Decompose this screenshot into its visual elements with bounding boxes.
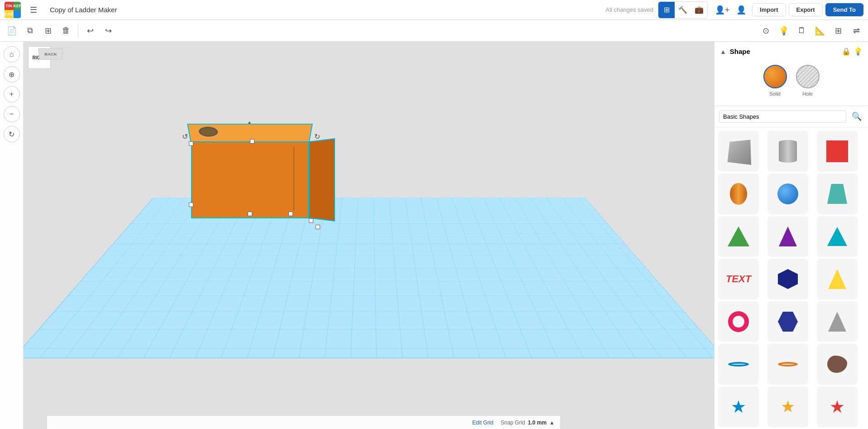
handle-far-right-bottom[interactable] xyxy=(309,218,313,223)
note-button[interactable]: 🗒 xyxy=(794,23,810,39)
handle-right-bottom[interactable] xyxy=(288,212,293,216)
snap-grid-up-button[interactable]: ▲ xyxy=(549,419,555,426)
shape-item-cone-gray[interactable] xyxy=(817,301,858,342)
hole-option[interactable]: Hole xyxy=(796,65,820,96)
shape-item-star-blue[interactable]: ★ xyxy=(718,386,759,427)
left-panel: ⌂ ⊕ + − ↻ xyxy=(0,42,24,429)
shape-item-shape-teal[interactable] xyxy=(817,174,858,214)
logo-br xyxy=(14,10,21,18)
handle-left-top[interactable] xyxy=(189,141,193,146)
shape-item-cone-yellow[interactable] xyxy=(817,259,858,299)
shapes-library-header: Basic Shapes 🔍 xyxy=(715,106,868,127)
shape-pyramid-teal-icon xyxy=(827,227,847,246)
shapes-search-button[interactable]: 🔍 xyxy=(850,110,863,123)
send-to-button[interactable]: Send To xyxy=(825,3,863,16)
viewport[interactable]: RIGHT BACK ↺ ▲ ↻ xyxy=(24,42,714,429)
shape-item-prism-blue[interactable] xyxy=(767,259,808,299)
shape-cylinder-orange-icon xyxy=(730,183,747,205)
copy-button[interactable]: ⧉ xyxy=(22,23,38,39)
solid-circle xyxy=(763,65,787,88)
add-user-button[interactable]: 👤+ xyxy=(714,2,730,18)
view-cube[interactable]: RIGHT BACK xyxy=(28,46,60,78)
hammer-view-button[interactable]: 🔨 xyxy=(675,2,691,18)
shapes-category-dropdown[interactable]: Basic Shapes xyxy=(719,111,846,123)
shape-text-red-icon: TEXT xyxy=(726,273,751,285)
app-logo[interactable]: TIN KER CAD xyxy=(5,2,21,18)
shape-ring-blue-icon xyxy=(728,362,749,366)
light-button[interactable]: 💡 xyxy=(776,23,792,39)
shape-item-blob-brown[interactable] xyxy=(817,344,858,385)
redo-button[interactable]: ↪ xyxy=(100,23,116,39)
new-button[interactable]: 📄 xyxy=(4,23,20,39)
orbit-button[interactable]: ↻ xyxy=(4,126,20,142)
shape-box-gray-icon xyxy=(728,140,751,165)
shape-star-red-icon: ★ xyxy=(830,397,845,417)
shape-cone-yellow-icon xyxy=(828,269,846,289)
shape-panel: ▲ Shape 🔒 💡 Solid Hole xyxy=(715,42,868,106)
shape-pyramid-green-icon xyxy=(728,227,749,246)
shape-item-box-gray[interactable] xyxy=(718,131,759,172)
shape-panel-collapse[interactable]: ▲ xyxy=(720,48,726,55)
undo-button[interactable]: ↩ xyxy=(82,23,98,39)
shape-torus-pink-icon xyxy=(728,311,749,332)
rotate-arrow-tl[interactable]: ↺ xyxy=(182,132,188,141)
shape-item-torus-pink[interactable] xyxy=(718,301,759,342)
scene: ↺ ▲ ↻ xyxy=(24,42,714,429)
shape-item-prism-navy[interactable] xyxy=(767,301,808,342)
shape-star-blue-icon: ★ xyxy=(731,397,746,417)
shape-item-text-red[interactable]: TEXT xyxy=(718,259,759,299)
toolbar-divider xyxy=(78,24,78,38)
shape-item-cube-red[interactable] xyxy=(817,131,858,172)
lightbulb-icon[interactable]: 💡 xyxy=(854,47,863,56)
shape-item-pyramid-green[interactable] xyxy=(718,216,759,257)
handle-left-bottom[interactable] xyxy=(189,202,193,207)
handle-corner[interactable] xyxy=(316,225,320,229)
handle-center-top[interactable] xyxy=(250,139,254,144)
shape-star-gold-icon: ★ xyxy=(781,397,795,416)
shapes-grid: TEXT xyxy=(715,127,868,429)
toolbar-right-tools: ⊙ 💡 🗒 📐 ⊞ ⇌ xyxy=(758,23,864,39)
delete-button[interactable]: 🗑 xyxy=(58,23,74,39)
shape-item-cylinder-orange[interactable] xyxy=(718,174,759,214)
snap-grid-label: Snap Grid xyxy=(501,419,525,426)
solid-option[interactable]: Solid xyxy=(763,65,787,96)
handle-center-bottom[interactable] xyxy=(248,212,252,216)
menu-button[interactable]: ☰ xyxy=(25,2,42,18)
profile-button[interactable]: 👤 xyxy=(733,2,749,18)
logo-tl: TIN xyxy=(5,2,14,10)
grid-view-button[interactable]: ⊞ xyxy=(658,2,675,18)
shape-item-sphere-blue[interactable] xyxy=(767,174,808,214)
logo-tr: KER xyxy=(14,2,21,10)
zoom-out-button[interactable]: − xyxy=(4,106,20,122)
zoom-fit-button[interactable]: ⊕ xyxy=(4,66,20,82)
align-button[interactable]: ⊞ xyxy=(830,23,846,39)
briefcase-view-button[interactable]: 💼 xyxy=(691,2,707,18)
shape-blob-brown-icon xyxy=(827,356,847,373)
selected-object[interactable]: ↺ ▲ ↻ xyxy=(191,132,318,214)
edit-grid-link[interactable]: Edit Grid xyxy=(472,419,494,426)
shape-item-torus-orange[interactable] xyxy=(767,344,808,385)
shape-item-cylinder-gray[interactable] xyxy=(767,131,808,172)
home-button[interactable]: ⌂ xyxy=(4,46,20,63)
front-detail-line xyxy=(293,147,294,210)
export-button[interactable]: Export xyxy=(789,3,823,16)
zoom-in-button[interactable]: + xyxy=(4,86,20,102)
shape-teal-icon xyxy=(827,184,847,204)
rotate-arrow-tr[interactable]: ↻ xyxy=(314,132,320,141)
mirror-button[interactable]: ⇌ xyxy=(848,23,864,39)
project-name[interactable]: Copy of Ladder Maker xyxy=(46,4,120,15)
toolbar: 📄 ⧉ ⊞ 🗑 ↩ ↪ ⊙ 💡 🗒 📐 ⊞ ⇌ xyxy=(0,20,868,42)
duplicate-button[interactable]: ⊞ xyxy=(40,23,56,39)
shape-item-pyramid-purple[interactable] xyxy=(767,216,808,257)
grid-plane[interactable] xyxy=(24,197,714,358)
shape-item-ring-blue[interactable] xyxy=(718,344,759,385)
lock-icon[interactable]: 🔒 xyxy=(842,47,851,56)
camera-button[interactable]: ⊙ xyxy=(758,23,774,39)
shape-item-star-red[interactable]: ★ xyxy=(817,386,858,427)
import-button[interactable]: Import xyxy=(752,3,786,16)
shape-item-pyramid-teal[interactable] xyxy=(817,216,858,257)
ruler-button[interactable]: 📐 xyxy=(812,23,828,39)
hole-label: Hole xyxy=(802,91,813,96)
hole-circle xyxy=(796,65,820,88)
shape-item-star-gold[interactable]: ★ xyxy=(767,386,808,427)
